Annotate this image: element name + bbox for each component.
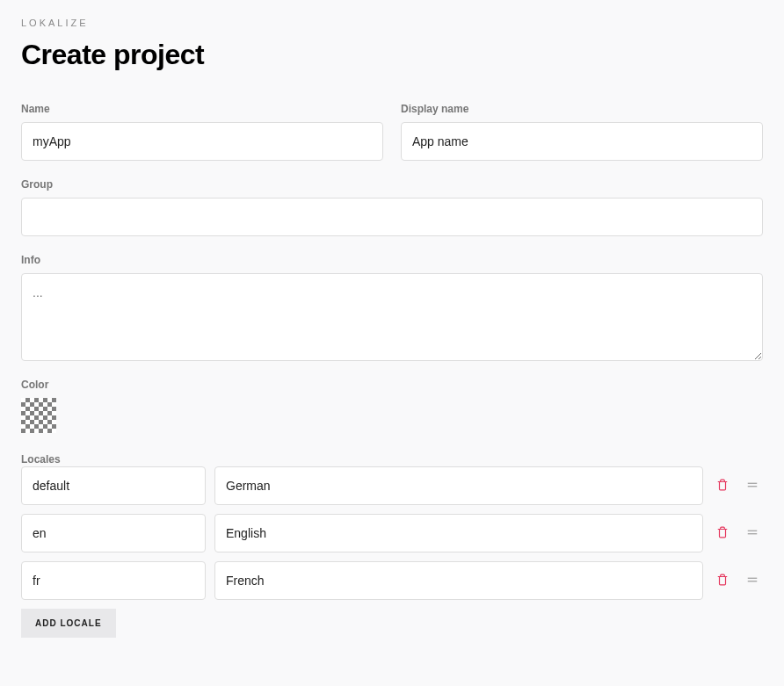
- locale-row: [21, 466, 763, 505]
- locale-code-input[interactable]: [21, 466, 206, 505]
- locale-row: [21, 514, 763, 552]
- drag-icon: [746, 574, 759, 589]
- delete-locale-button[interactable]: [712, 475, 733, 496]
- info-textarea[interactable]: [21, 273, 763, 361]
- locales-label: Locales: [21, 453, 61, 466]
- page-title: Create project: [21, 39, 763, 71]
- drag-handle[interactable]: [742, 570, 763, 591]
- name-label: Name: [21, 103, 383, 115]
- breadcrumb: LOKALIZE: [21, 18, 763, 28]
- group-label: Group: [21, 178, 763, 191]
- locale-name-input[interactable]: [214, 561, 703, 600]
- group-input[interactable]: [21, 198, 763, 236]
- delete-locale-button[interactable]: [712, 570, 733, 591]
- add-locale-button[interactable]: ADD LOCALE: [21, 609, 116, 638]
- drag-handle[interactable]: [742, 523, 763, 544]
- locale-row: [21, 561, 763, 600]
- trash-icon: [716, 574, 729, 589]
- name-input[interactable]: [21, 122, 383, 161]
- display-name-label: Display name: [401, 103, 763, 115]
- trash-icon: [716, 526, 729, 541]
- drag-icon: [746, 526, 759, 541]
- info-label: Info: [21, 254, 763, 266]
- locale-name-input[interactable]: [214, 514, 703, 552]
- color-label: Color: [21, 379, 763, 391]
- color-swatch[interactable]: [21, 398, 56, 433]
- locale-code-input[interactable]: [21, 514, 206, 552]
- delete-locale-button[interactable]: [712, 523, 733, 544]
- trash-icon: [716, 479, 729, 494]
- locale-name-input[interactable]: [214, 466, 703, 505]
- drag-handle[interactable]: [742, 475, 763, 496]
- locale-code-input[interactable]: [21, 561, 206, 600]
- display-name-input[interactable]: [401, 122, 763, 161]
- drag-icon: [746, 479, 759, 494]
